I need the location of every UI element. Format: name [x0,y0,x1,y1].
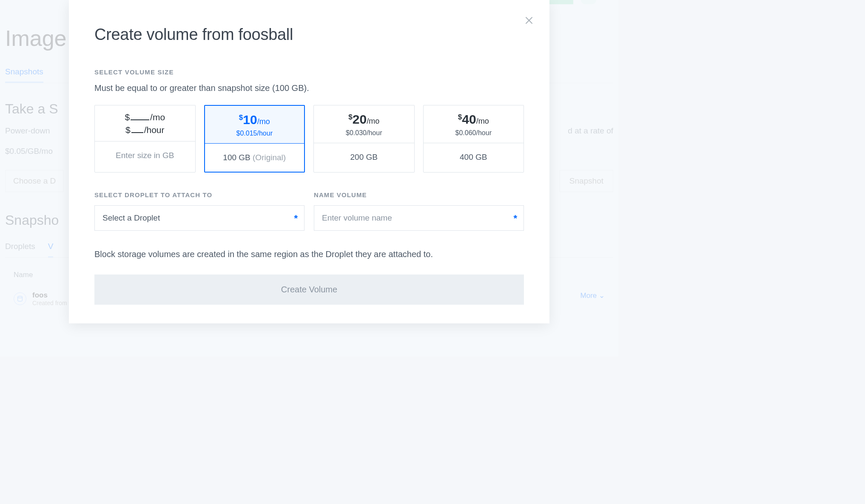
close-icon[interactable] [524,15,534,25]
size-card-custom[interactable]: $/mo $/hour [94,105,196,173]
droplet-field-label: SELECT DROPLET TO ATTACH TO [94,191,304,198]
required-asterisk-icon: * [294,213,298,224]
size-options-grid: $/mo $/hour $10/mo $0.015/hour 100 GB [94,105,524,173]
size-card-200gb[interactable]: $20/mo $0.030/hour 200 GB [313,105,415,173]
size-section-label: SELECT VOLUME SIZE [94,68,524,76]
size-card-100gb[interactable]: $10/mo $0.015/hour 100 GB (Original) [204,105,305,173]
create-volume-modal: Create volume from foosball SELECT VOLUM… [69,0,549,323]
droplet-select[interactable]: Select a Droplet [94,205,304,231]
modal-overlay: Create volume from foosball SELECT VOLUM… [0,0,618,357]
volume-name-input[interactable] [314,205,524,231]
size-card-400gb[interactable]: $40/mo $0.060/hour 400 GB [423,105,524,173]
modal-title: Create volume from foosball [94,25,524,44]
region-info-text: Block storage volumes are created in the… [94,249,524,259]
create-volume-button[interactable]: Create Volume [94,275,524,305]
size-section-help: Must be equal to or greater than snapsho… [94,83,524,93]
custom-size-input[interactable] [99,151,191,160]
required-asterisk-icon: * [513,213,517,224]
name-field-label: NAME VOLUME [314,191,524,198]
